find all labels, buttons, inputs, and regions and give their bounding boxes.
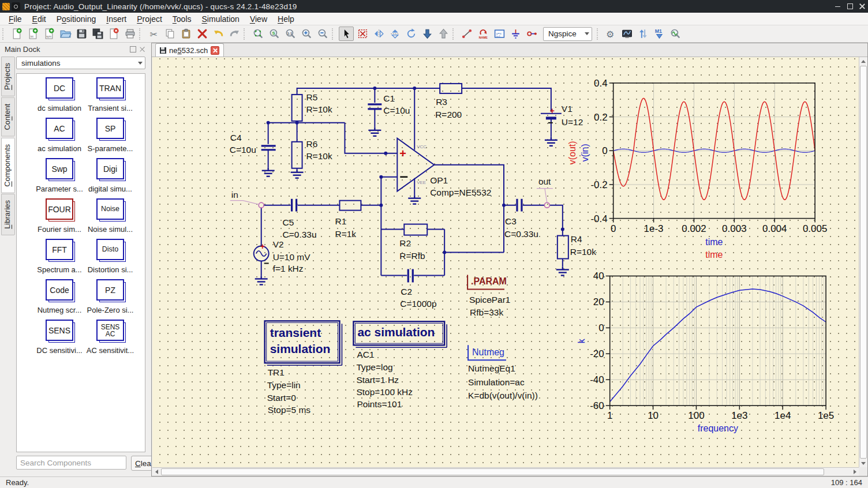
open-document-button[interactable] (58, 27, 73, 41)
menu-tools[interactable]: Tools (167, 13, 197, 25)
mirror-y-button[interactable] (371, 27, 386, 41)
chart-ac[interactable]: 1101001e31e41e540200-20-40-60frequencyk (577, 271, 834, 433)
redo-button[interactable] (227, 27, 242, 41)
close-document-button[interactable] (106, 27, 121, 41)
sidebar-tab-components[interactable]: Components (1, 138, 15, 193)
zoom-fit-button[interactable] (250, 27, 265, 41)
component-item[interactable]: CodeNutmeg scr... (34, 279, 85, 320)
curve-k[interactable] (610, 289, 826, 402)
component-item[interactable]: PZPole-Zero si... (85, 279, 136, 320)
component-item[interactable]: ACac simulation (34, 118, 85, 158)
horizontal-scroll-thumb[interactable] (161, 468, 824, 475)
deactivate-icon (357, 28, 369, 40)
rotate-button[interactable] (403, 27, 418, 41)
new-symbol-document-button[interactable]: sym (42, 27, 57, 41)
insert-port-button[interactable] (524, 27, 539, 41)
vertical-scrollbar[interactable] (859, 57, 867, 467)
sidebar-tab-content[interactable]: Content (1, 97, 15, 137)
zoom-1-1-button[interactable]: 1:1 (283, 27, 298, 41)
component-item[interactable]: SPS-paramete... (85, 118, 136, 158)
wires[interactable] (261, 88, 563, 276)
zoom-curve-button[interactable] (668, 27, 683, 41)
schematic-canvas[interactable]: + + + (152, 57, 859, 467)
svg-text:1:1: 1:1 (287, 32, 292, 35)
component-item[interactable]: DCdc simulation (34, 77, 85, 118)
undo-button[interactable] (211, 27, 226, 41)
sidebar-tab-libraries[interactable]: Libraries (1, 194, 15, 235)
component-item[interactable]: SwpParameter s... (34, 158, 85, 198)
component-item[interactable]: NoiseNoise simul... (85, 198, 136, 239)
menu-view[interactable]: View (245, 13, 272, 25)
sidebar-tab-projects[interactable]: Projects (1, 57, 15, 96)
zoom-in-button[interactable] (299, 27, 314, 41)
deactivate-button[interactable] (355, 27, 370, 41)
scroll-down-icon[interactable] (859, 459, 867, 467)
schematic[interactable]: + + + (230, 84, 569, 365)
dock-float-icon[interactable] (130, 46, 136, 52)
svg-text:0.2: 0.2 (594, 112, 608, 123)
search-components-input[interactable] (16, 456, 126, 470)
svg-text:txt: txt (30, 35, 33, 38)
mirror-x-button[interactable] (387, 27, 402, 41)
delete-button[interactable] (194, 27, 209, 41)
menu-help[interactable]: Help (272, 13, 300, 25)
new-schematic-button[interactable] (9, 27, 24, 41)
save-all-button[interactable] (90, 27, 105, 41)
component-item[interactable]: Digidigital simu... (85, 158, 136, 198)
component-label: Pole-Zero si... (87, 306, 134, 314)
insert-wire-button[interactable] (459, 27, 474, 41)
scroll-up-icon[interactable] (859, 57, 867, 65)
insert-ground-button[interactable] (508, 27, 523, 41)
pop-out-button[interactable] (436, 27, 451, 41)
scroll-right-icon[interactable] (851, 468, 859, 476)
chart-transient[interactable]: 01e-30.0020.0030.0040.0050.40.20-0.2-0.4… (567, 78, 828, 260)
push-into-subcircuit-button[interactable] (420, 27, 435, 41)
menu-insert[interactable]: Insert (101, 13, 132, 25)
copy-button[interactable] (162, 27, 177, 41)
simulator-select[interactable]: Ngspice (543, 27, 592, 41)
ac-voltage-source[interactable]: + (254, 242, 269, 264)
tab-close-button[interactable] (211, 46, 219, 55)
view-data-display-button[interactable] (620, 27, 635, 41)
menu-file[interactable]: File (3, 13, 27, 25)
simulate-button[interactable]: ⚙ (604, 27, 619, 41)
insert-equation-button[interactable]: y=xu+1 (492, 27, 507, 41)
set-marker-button[interactable]: M1 (652, 27, 667, 41)
component-item[interactable]: SENSDC sensitivi... (34, 320, 85, 360)
minimize-button[interactable] (832, 0, 844, 13)
exchange-documents-button[interactable] (636, 27, 651, 41)
component-item[interactable]: DistoDistortion si... (85, 239, 136, 279)
schematic-svg[interactable]: + + + (152, 57, 859, 467)
scroll-left-icon[interactable] (152, 468, 160, 476)
schematic-label: C5 (283, 217, 294, 227)
component-item[interactable]: SENS ACAC sensitivit... (85, 320, 136, 360)
menu-edit[interactable]: Edit (27, 13, 51, 25)
close-button[interactable] (856, 0, 868, 13)
dock-close-icon[interactable] (140, 46, 145, 52)
rotate-icon (405, 28, 417, 40)
svg-text:1e-3: 1e-3 (644, 223, 664, 234)
maximize-button[interactable] (844, 0, 856, 13)
cut-button[interactable]: ✂ (146, 27, 161, 41)
paste-button[interactable] (178, 27, 193, 41)
zoom-selection-button[interactable]: S (267, 27, 282, 41)
menu-simulation[interactable]: Simulation (197, 13, 245, 25)
component-item[interactable]: TRANTransient si... (85, 77, 136, 118)
zoom-out-button[interactable] (315, 27, 330, 41)
print-button[interactable] (122, 27, 137, 41)
select-button[interactable] (339, 27, 354, 41)
component-label: Nutmeg scr... (38, 306, 82, 314)
menu-positioning[interactable]: Positioning (51, 13, 102, 25)
window-menu-icon[interactable] (12, 2, 20, 11)
opamp[interactable]: + (397, 138, 434, 192)
document-tab[interactable]: ne5532.sch (155, 43, 224, 57)
component-item[interactable]: FFTSpectrum a... (34, 239, 85, 279)
save-button[interactable] (74, 27, 89, 41)
vertical-scroll-thumb[interactable] (860, 66, 867, 459)
insert-wire-label-button[interactable]: NAME (476, 27, 491, 41)
horizontal-scrollbar[interactable] (152, 467, 859, 476)
menu-project[interactable]: Project (132, 13, 167, 25)
component-item[interactable]: FOURFourier sim... (34, 198, 85, 239)
new-text-document-button[interactable]: txt (25, 27, 40, 41)
component-category-select[interactable]: simulations (16, 57, 145, 69)
